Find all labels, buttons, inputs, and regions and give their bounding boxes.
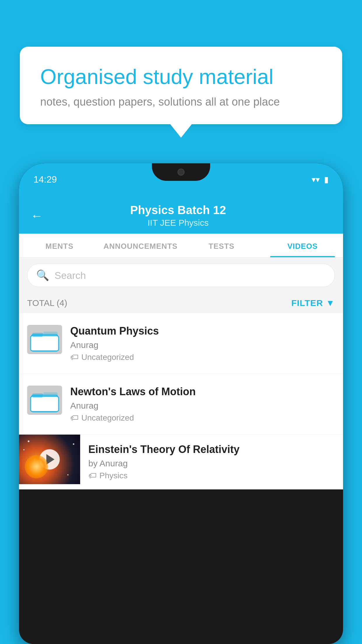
back-button[interactable]: ←	[31, 209, 43, 223]
folder-thumbnail-newton	[27, 386, 62, 415]
signal-icon: ▮	[324, 175, 328, 184]
search-bar-wrapper: 🔍 Search	[19, 258, 343, 293]
wifi-icon: ▾▾	[312, 175, 320, 184]
tag-label: Uncategorized	[81, 413, 134, 423]
camera-dot	[178, 169, 184, 176]
speech-bubble: Organised study material notes, question…	[20, 47, 342, 124]
status-icons: ▾▾ ▮	[312, 175, 328, 184]
video-author: Anurag	[70, 401, 335, 411]
filter-bar: TOTAL (4) FILTER ▼	[19, 293, 343, 313]
folder-thumbnail-quantum	[27, 325, 62, 354]
speech-bubble-subtitle: notes, question papers, solutions all at…	[40, 96, 322, 108]
svg-rect-1	[31, 336, 59, 351]
folder-icon	[30, 326, 59, 353]
status-bar: 14:29 ▾▾ ▮	[19, 163, 343, 195]
tag-label: Physics	[99, 471, 127, 480]
svg-rect-4	[31, 396, 59, 412]
video-tag: 🏷 Physics	[88, 471, 335, 480]
search-bar[interactable]: 🔍 Search	[27, 264, 335, 287]
tag-icon: 🏷	[70, 413, 78, 423]
video-thumbnail-einstein	[19, 435, 80, 484]
video-info-newton: Newton's Laws of Motion Anurag 🏷 Uncateg…	[70, 386, 335, 423]
svg-rect-5	[32, 393, 43, 398]
tag-icon: 🏷	[70, 352, 78, 362]
video-title: Quantum Physics	[70, 325, 335, 337]
header-subtitle: IIT JEE Physics	[49, 218, 307, 228]
tab-tests[interactable]: TESTS	[181, 234, 262, 257]
video-title: Newton's Laws of Motion	[70, 386, 335, 398]
tag-label: Uncategorized	[81, 353, 134, 362]
total-count: TOTAL (4)	[27, 298, 67, 308]
video-info-einstein: Einstein's Theory Of Relativity by Anura…	[80, 435, 343, 489]
video-tag: 🏷 Uncategorized	[70, 413, 335, 423]
header-title-block: Physics Batch 12 IIT JEE Physics	[49, 204, 307, 228]
filter-button[interactable]: FILTER ▼	[291, 298, 335, 308]
tab-videos[interactable]: VIDEOS	[262, 234, 343, 257]
status-time: 14:29	[34, 174, 57, 185]
speech-bubble-title: Organised study material	[40, 64, 322, 89]
svg-rect-2	[32, 333, 43, 337]
filter-icon: ▼	[326, 298, 335, 308]
search-placeholder[interactable]: Search	[55, 270, 86, 281]
list-item[interactable]: Einstein's Theory Of Relativity by Anura…	[19, 435, 343, 489]
list-item[interactable]: Quantum Physics Anurag 🏷 Uncategorized	[19, 313, 343, 374]
tabs: MENTS ANNOUNCEMENTS TESTS VIDEOS	[19, 234, 343, 258]
phone-frame: 14:29 ▾▾ ▮ ← Physics Batch 12 IIT JEE Ph…	[19, 163, 343, 644]
notch	[152, 163, 210, 181]
video-title: Einstein's Theory Of Relativity	[88, 443, 335, 456]
tag-icon: 🏷	[88, 471, 96, 480]
video-author: by Anurag	[88, 459, 335, 468]
search-icon: 🔍	[36, 269, 49, 281]
video-tag: 🏷 Uncategorized	[70, 352, 335, 362]
app-header: ← Physics Batch 12 IIT JEE Physics	[19, 195, 343, 234]
folder-icon	[30, 387, 59, 413]
list-item[interactable]: Newton's Laws of Motion Anurag 🏷 Uncateg…	[19, 374, 343, 435]
tab-announcements[interactable]: ANNOUNCEMENTS	[100, 234, 181, 257]
filter-label: FILTER	[291, 298, 323, 308]
video-info-quantum: Quantum Physics Anurag 🏷 Uncategorized	[70, 325, 335, 362]
content-area: Quantum Physics Anurag 🏷 Uncategorized	[19, 313, 343, 489]
header-title: Physics Batch 12	[49, 204, 307, 217]
video-author: Anurag	[70, 340, 335, 350]
tab-ments[interactable]: MENTS	[19, 234, 100, 257]
